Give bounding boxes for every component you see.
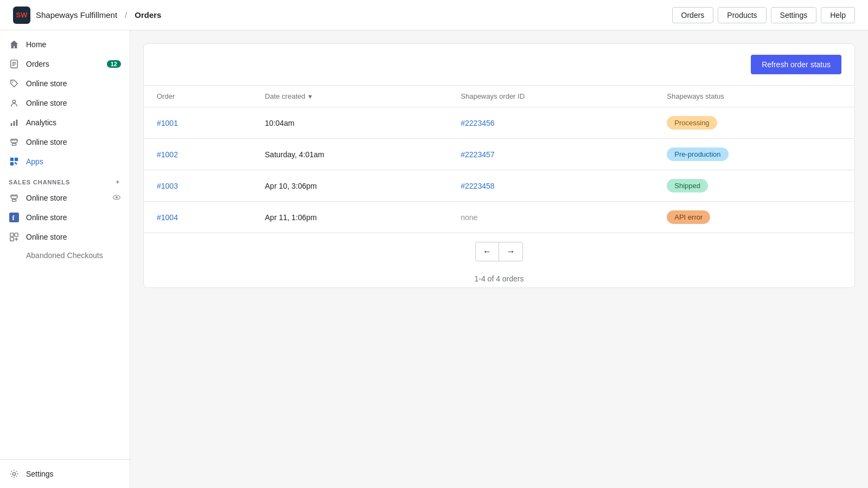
sidebar-label-online1: Online store <box>26 79 121 88</box>
sidebar-item-home[interactable]: Home <box>0 35 130 54</box>
nav-products-button[interactable]: Products <box>718 7 766 23</box>
orders-icon <box>9 59 20 69</box>
svg-rect-7 <box>14 121 15 126</box>
card-header: Refresh order status <box>144 44 854 86</box>
sort-icon: ▼ <box>307 93 313 100</box>
svg-point-4 <box>12 81 13 82</box>
order-cell-2: #1003 <box>144 170 252 202</box>
table-row: #1003Apr 10, 3:06pm#2223458Shipped <box>144 170 854 202</box>
orders-card: Refresh order status Order Date created … <box>143 43 855 288</box>
sales-channels-header: SALES CHANNELS ＋ <box>0 171 130 188</box>
sidebar-label-sc-online1: Online store <box>26 194 106 202</box>
shapeways-id-cell-0: #2223456 <box>448 107 654 139</box>
sidebar-item-sc-online2[interactable]: Online store <box>0 227 130 247</box>
sidebar-item-settings[interactable]: Settings <box>0 464 130 484</box>
svg-rect-22 <box>10 233 14 236</box>
home-icon <box>9 39 20 50</box>
settings-icon <box>9 468 20 479</box>
sidebar-item-tag[interactable]: Online store <box>0 74 130 93</box>
sc-store-icon <box>9 192 20 203</box>
sidebar: Home Orders 12 Online store Online store <box>0 30 130 488</box>
table-row: #1002Saturday, 4:01am#2223457Pre-product… <box>144 139 854 170</box>
shapeways-id-cell-3: none <box>448 202 654 233</box>
order-cell-3: #1004 <box>144 202 252 233</box>
status-badge-1: Pre-production <box>667 147 728 161</box>
sidebar-item-sc-facebook[interactable]: f Online store <box>0 208 130 227</box>
orders-badge: 12 <box>107 60 121 68</box>
top-nav-actions: Orders Products Settings Help <box>672 7 855 23</box>
col-date-created[interactable]: Date created ▼ <box>252 86 448 107</box>
plus-store-icon <box>9 232 20 242</box>
date-cell-0: 10:04am <box>252 107 448 139</box>
nav-orders-button[interactable]: Orders <box>672 7 714 23</box>
refresh-order-status-button[interactable]: Refresh order status <box>751 55 841 74</box>
date-cell-3: Apr 11, 1:06pm <box>252 202 448 233</box>
status-badge-2: Shipped <box>667 179 708 192</box>
col-shapeways-order-id: Shapeways order ID <box>448 86 654 107</box>
sidebar-item-abandoned[interactable]: Abandoned Checkouts <box>0 247 130 264</box>
order-link-1[interactable]: #1002 <box>157 150 178 159</box>
sidebar-label-orders: Orders <box>26 60 100 68</box>
facebook-icon: f <box>9 212 20 223</box>
sidebar-label-home: Home <box>26 40 121 49</box>
shapeways-id-none-3: none <box>461 213 477 222</box>
status-cell-3: API error <box>654 202 854 233</box>
sidebar-label-sc-facebook: Online store <box>26 213 121 222</box>
sidebar-footer: Settings <box>0 459 130 484</box>
order-link-0[interactable]: #1001 <box>157 119 178 127</box>
add-sales-channel-icon[interactable]: ＋ <box>114 178 121 186</box>
breadcrumb-current: Orders <box>135 10 161 20</box>
shapeways-id-link-1[interactable]: #2223457 <box>461 150 494 159</box>
status-cell-2: Shipped <box>654 170 854 202</box>
order-link-2[interactable]: #1003 <box>157 182 178 190</box>
svg-rect-24 <box>10 237 14 241</box>
date-cell-1: Saturday, 4:01am <box>252 139 448 170</box>
order-cell-1: #1002 <box>144 139 252 170</box>
sidebar-label-abandoned: Abandoned Checkouts <box>26 251 121 260</box>
apps-icon <box>9 156 20 167</box>
svg-rect-11 <box>10 158 14 161</box>
sidebar-item-store3[interactable]: Online store <box>0 132 130 152</box>
sidebar-item-apps[interactable]: Apps <box>0 152 130 171</box>
sidebar-label-online3: Online store <box>26 138 121 146</box>
svg-point-27 <box>12 472 15 475</box>
order-link-3[interactable]: #1004 <box>157 213 178 222</box>
top-nav: SW Shapeways Fulfillment / Orders Orders… <box>0 0 868 30</box>
sidebar-item-person[interactable]: Online store <box>0 93 130 113</box>
nav-settings-button[interactable]: Settings <box>771 7 817 23</box>
svg-rect-9 <box>12 144 16 146</box>
analytics-icon <box>9 117 20 128</box>
shapeways-id-cell-2: #2223458 <box>448 170 654 202</box>
sidebar-item-orders[interactable]: Orders 12 <box>0 54 130 74</box>
orders-table: Order Date created ▼ Shapeways order ID … <box>144 86 854 233</box>
app-logo-area: SW Shapeways Fulfillment / Orders <box>13 7 161 24</box>
shapeways-id-cell-1: #2223457 <box>448 139 654 170</box>
shapeways-id-link-0[interactable]: #2223456 <box>461 119 494 127</box>
tag-icon <box>9 78 20 89</box>
nav-help-button[interactable]: Help <box>821 7 855 23</box>
main-content: Refresh order status Order Date created … <box>130 30 868 488</box>
sidebar-label-analytics: Analytics <box>26 118 121 127</box>
svg-rect-12 <box>15 158 18 161</box>
col-shapeways-status: Shapeways status <box>654 86 854 107</box>
col-order: Order <box>144 86 252 107</box>
sidebar-item-sc-online1[interactable]: Online store <box>0 188 130 208</box>
svg-rect-15 <box>15 162 16 164</box>
pagination-next-button[interactable]: → <box>499 242 523 261</box>
sidebar-label-apps: Apps <box>26 157 121 166</box>
svg-rect-8 <box>16 120 18 126</box>
logo-box: SW <box>13 7 30 24</box>
sidebar-item-analytics[interactable]: Analytics <box>0 113 130 132</box>
pagination-prev-button[interactable]: ← <box>475 242 499 261</box>
shapeways-id-link-2[interactable]: #2223458 <box>461 182 494 190</box>
svg-rect-23 <box>15 233 18 236</box>
table-header-row: Order Date created ▼ Shapeways order ID … <box>144 86 854 107</box>
table-row: #100110:04am#2223456Processing <box>144 107 854 139</box>
status-badge-0: Processing <box>667 116 717 130</box>
pagination-info: 1-4 of 4 orders <box>144 270 854 287</box>
table-row: #1004Apr 11, 1:06pmnoneAPI error <box>144 202 854 233</box>
status-cell-1: Pre-production <box>654 139 854 170</box>
sales-channels-label: SALES CHANNELS <box>9 179 70 185</box>
sidebar-label-settings: Settings <box>26 470 121 478</box>
eye-icon[interactable] <box>112 193 121 203</box>
